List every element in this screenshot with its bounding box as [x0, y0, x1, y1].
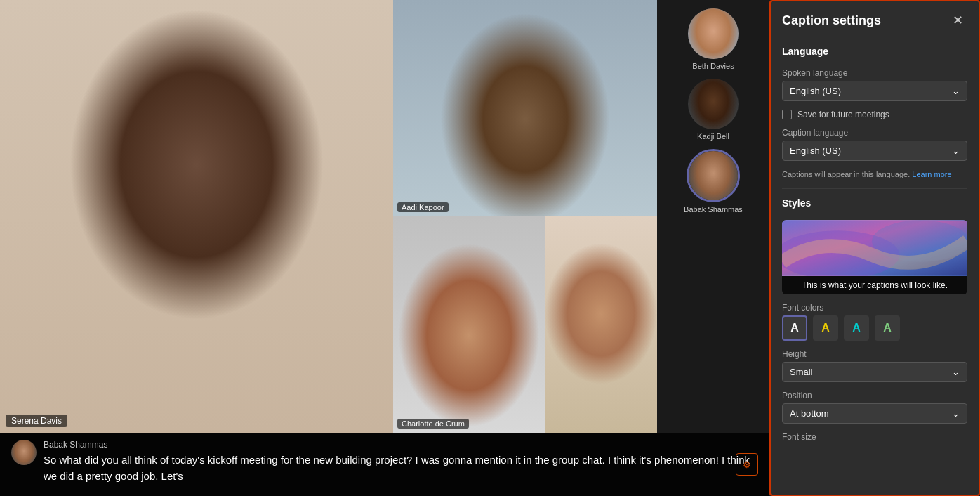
save-future-checkbox[interactable] [782, 110, 792, 119]
font-size-label: Font size [782, 432, 967, 442]
divider-1 [782, 188, 967, 189]
panel-close-button[interactable]: ✕ [948, 11, 967, 30]
position-label: Position [782, 391, 967, 400]
thumbnail-unknown[interactable] [545, 216, 657, 433]
height-label: Height [782, 349, 967, 359]
font-size-group: Font size [782, 432, 967, 445]
font-colors-row: A A A A [782, 315, 967, 341]
caption-language-dropdown[interactable]: English (US) ⌄ [782, 141, 967, 161]
styles-preview-svg [782, 220, 967, 276]
spoken-language-group: Spoken language English (US) ⌄ [782, 68, 967, 101]
avatar-babak-name: Babak Shammas [684, 205, 743, 214]
avatar-kadji-name: Kadji Bell [697, 132, 729, 141]
avatar-beth-name: Beth Davies [692, 62, 734, 70]
main-video-serena: Serena Davis [0, 0, 393, 433]
height-value: Small [790, 367, 813, 377]
main-video-name-tag: Serena Davis [6, 415, 67, 427]
caption-language-value: English (US) [790, 145, 841, 156]
avatar-beth [688, 8, 739, 59]
position-chevron: ⌄ [952, 408, 960, 419]
font-color-green-button[interactable]: A [875, 315, 900, 341]
language-section: Language [782, 46, 967, 60]
thumbnail-charlotte[interactable]: Charlotte de Crum [393, 216, 545, 433]
panel-title: Caption settings [782, 13, 881, 28]
thumbnail-aadi[interactable]: Aadi Kapoor [393, 0, 657, 216]
caption-language-label: Caption language [782, 128, 967, 138]
language-section-title: Language [782, 46, 967, 57]
font-colors-group: Font colors A A A A [782, 303, 967, 341]
font-color-white-button[interactable]: A [782, 315, 807, 341]
height-group: Height Small ⌄ [782, 349, 967, 382]
avatar-kadji [688, 79, 739, 129]
spoken-language-chevron: ⌄ [952, 86, 960, 96]
font-color-cyan-button[interactable]: A [844, 315, 869, 341]
caption-text: So what did you all think of today's kic… [44, 452, 758, 484]
font-colors-label: Font colors [782, 303, 967, 313]
avatar-babak [687, 149, 740, 202]
caption-content: Babak Shammas So what did you all think … [44, 440, 758, 484]
styles-preview-text: This is what your captions will look lik… [782, 276, 967, 294]
avatar-item-beth[interactable]: Beth Davies [688, 8, 739, 70]
styles-section: Styles [782, 197, 967, 211]
styles-preview-image [782, 220, 967, 276]
height-chevron: ⌄ [952, 367, 960, 377]
caption-language-chevron: ⌄ [952, 145, 960, 156]
caption-language-note: Captions will appear in this language. L… [782, 169, 967, 180]
caption-settings-button[interactable]: ⚙ [736, 453, 758, 476]
caption-speaker-name: Babak Shammas [44, 440, 758, 450]
caption-settings-panel: Caption settings ✕ Language Spoken langu… [769, 0, 980, 496]
spoken-language-value: English (US) [790, 86, 841, 96]
save-future-row[interactable]: Save for future meetings [782, 110, 967, 119]
settings-icon: ⚙ [743, 459, 751, 470]
save-future-label: Save for future meetings [797, 110, 889, 119]
learn-more-link[interactable]: Learn more [912, 170, 951, 178]
thumb-charlotte-name: Charlotte de Crum [397, 419, 469, 429]
spoken-language-label: Spoken language [782, 68, 967, 78]
avatar-item-babak[interactable]: Babak Shammas [684, 149, 743, 214]
caption-bar: Babak Shammas So what did you all think … [0, 433, 769, 496]
thumb-aadi-name: Aadi Kapoor [397, 202, 449, 212]
position-value: At bottom [790, 408, 829, 419]
font-color-yellow-button[interactable]: A [813, 315, 838, 341]
caption-language-group: Caption language English (US) ⌄ [782, 128, 967, 161]
styles-section-title: Styles [782, 197, 967, 209]
panel-body: Language Spoken language English (US) ⌄ … [771, 37, 979, 453]
avatar-item-kadji[interactable]: Kadji Bell [688, 79, 739, 141]
panel-header: Caption settings ✕ [771, 1, 979, 37]
position-dropdown[interactable]: At bottom ⌄ [782, 403, 967, 424]
styles-preview[interactable]: This is what your captions will look lik… [782, 220, 967, 294]
avatar-strip: Beth Davies Kadji Bell Babak Shammas [657, 0, 769, 433]
position-group: Position At bottom ⌄ [782, 391, 967, 424]
caption-speaker-avatar [11, 440, 37, 465]
spoken-language-dropdown[interactable]: English (US) ⌄ [782, 81, 967, 101]
height-dropdown[interactable]: Small ⌄ [782, 362, 967, 382]
